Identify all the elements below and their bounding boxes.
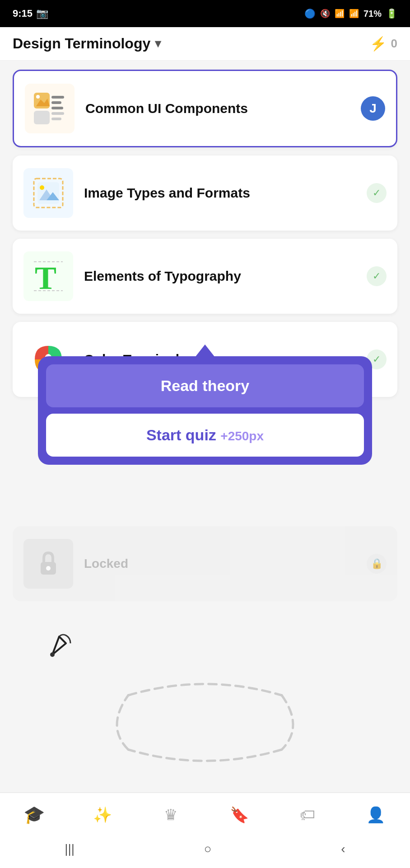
read-theory-label: Read theory — [161, 377, 250, 395]
pen-tool-svg — [43, 627, 79, 664]
popup-triangle — [195, 344, 215, 357]
typography-svg: T — [30, 258, 66, 294]
nav-item-shop[interactable]: 🏷 — [289, 801, 326, 828]
svg-rect-9 — [51, 118, 61, 120]
lesson-card-image-types[interactable]: Image Types and Formats ✓ — [13, 156, 397, 231]
system-nav: ||| ○ ‹ — [0, 833, 410, 868]
status-right: 🔵 🔇 📶 📶 71% 🔋 — [304, 8, 397, 19]
image-types-svg — [30, 175, 66, 211]
popup-box: Read theory Start quiz +250px — [38, 356, 372, 465]
shop-icon: 🏷 — [300, 806, 315, 824]
lock-icon — [23, 539, 73, 589]
lock-check-icon: 🔒 — [367, 554, 387, 574]
dashed-oval-svg — [92, 668, 318, 777]
content-area: Common UI Components J Image Types and F… — [0, 61, 410, 795]
lightning-icon: ⚡ — [370, 36, 387, 52]
status-time: 9:15 📷 — [13, 8, 48, 19]
leaderboard-icon: ♛ — [164, 806, 177, 824]
time-label: 9:15 — [13, 8, 33, 19]
read-theory-button[interactable]: Read theory — [46, 364, 364, 407]
quests-icon: ✨ — [93, 806, 112, 824]
header-score-area: ⚡ 0 — [370, 36, 397, 52]
start-quiz-label: Start quiz — [146, 426, 216, 443]
check-icon-typography: ✓ — [367, 266, 387, 286]
pen-icon-area — [25, 627, 385, 664]
dashed-card-area — [13, 609, 397, 786]
bluetooth-icon: 🔵 — [304, 8, 316, 19]
svg-rect-6 — [51, 107, 63, 109]
lesson-title-common-ui: Common UI Components — [85, 101, 350, 116]
sys-menu-button[interactable]: ||| — [52, 838, 87, 860]
lesson-icon-typography: T — [23, 251, 73, 301]
svg-rect-8 — [51, 112, 64, 115]
lesson-icon-common-ui — [25, 84, 75, 133]
lesson-icon-image-types — [23, 168, 73, 218]
avatar-j: J — [361, 96, 385, 121]
svg-rect-7 — [34, 111, 50, 124]
battery-label: 71% — [363, 9, 382, 19]
nav-item-leaderboard[interactable]: ♛ — [153, 801, 189, 828]
lesson-card-typography[interactable]: T Elements of Typography ✓ — [13, 239, 397, 314]
dashed-shape-area — [25, 668, 385, 777]
bottom-nav-icons: 🎓 ✨ ♛ 🔖 🏷 👤 — [0, 793, 410, 833]
wifi-icon: 📶 — [335, 9, 345, 19]
svg-point-15 — [40, 185, 44, 190]
profile-icon: 👤 — [366, 806, 385, 824]
ui-components-svg — [32, 90, 68, 127]
locked-card-title: Locked — [84, 557, 128, 571]
nav-item-bookmarks[interactable]: 🔖 — [221, 801, 257, 828]
signal-icon: 📶 — [349, 9, 359, 19]
svg-point-3 — [36, 95, 40, 99]
svg-rect-4 — [51, 96, 64, 99]
camera-icon: 📷 — [36, 8, 48, 19]
header-title-button[interactable]: Design Terminology ▾ — [13, 35, 161, 52]
lock-svg — [37, 550, 60, 577]
nav-item-learn[interactable]: 🎓 — [16, 801, 52, 828]
start-quiz-button[interactable]: Start quiz +250px — [46, 414, 364, 457]
score-label: 0 — [391, 37, 397, 51]
lesson-title-typography: Elements of Typography — [84, 269, 356, 284]
check-icon-image-types: ✓ — [367, 183, 387, 203]
bottom-nav: 🎓 ✨ ♛ 🔖 🏷 👤 ||| ○ ‹ — [0, 793, 410, 868]
locked-card-area: Locked 🔒 — [13, 526, 397, 601]
popup-card-wrapper: Color Terminology ✓ Read theory Start qu… — [13, 322, 397, 397]
svg-text:T: T — [35, 260, 56, 294]
svg-point-23 — [46, 566, 51, 571]
header: Design Terminology ▾ ⚡ 0 — [0, 27, 410, 61]
bookmarks-icon: 🔖 — [230, 806, 249, 824]
svg-point-24 — [50, 652, 55, 657]
battery-icon: 🔋 — [386, 8, 397, 19]
sys-back-button[interactable]: ‹ — [328, 838, 358, 860]
status-bar: 9:15 📷 🔵 🔇 📶 📶 71% 🔋 — [0, 0, 410, 27]
header-title-label: Design Terminology — [13, 35, 150, 52]
learn-icon: 🎓 — [23, 805, 45, 825]
svg-rect-5 — [51, 101, 61, 104]
nav-item-profile[interactable]: 👤 — [358, 801, 394, 828]
xp-label: +250px — [220, 429, 264, 443]
sys-home-button[interactable]: ○ — [191, 838, 224, 860]
mute-icon: 🔇 — [320, 9, 330, 19]
nav-item-quests[interactable]: ✨ — [84, 801, 121, 828]
chevron-down-icon: ▾ — [155, 37, 161, 51]
popup-overlay: Read theory Start quiz +250px — [0, 344, 410, 465]
lesson-title-image-types: Image Types and Formats — [84, 185, 356, 201]
lesson-card-common-ui[interactable]: Common UI Components J — [13, 70, 397, 147]
